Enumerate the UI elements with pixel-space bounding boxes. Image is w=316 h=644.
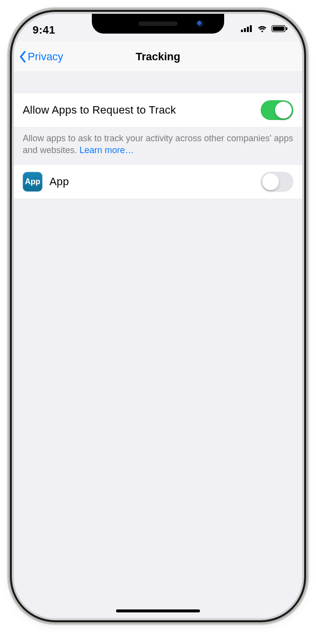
app-icon-label: App — [25, 177, 40, 186]
settings-content: Allow Apps to Request to Track Allow app… — [14, 72, 302, 618]
app-icon: App — [23, 172, 42, 192]
svg-rect-1 — [244, 28, 246, 32]
back-label: Privacy — [28, 50, 63, 63]
svg-rect-0 — [241, 30, 243, 32]
wifi-icon — [257, 25, 268, 33]
status-time: 9:41 — [33, 24, 55, 37]
page-title: Tracking — [136, 50, 180, 63]
navigation-bar: Privacy Tracking — [14, 41, 302, 72]
app-tracking-toggle[interactable] — [261, 172, 293, 192]
allow-apps-footer: Allow apps to ask to track your activity… — [14, 127, 302, 164]
side-button — [305, 139, 309, 197]
app-name: App — [49, 175, 69, 188]
svg-rect-3 — [250, 25, 252, 32]
front-camera — [197, 20, 203, 27]
battery-icon — [272, 25, 287, 32]
iphone-frame: 9:41 — [14, 14, 302, 618]
svg-rect-2 — [247, 27, 249, 32]
cellular-icon — [241, 25, 253, 32]
back-button[interactable]: Privacy — [19, 50, 63, 63]
home-indicator[interactable] — [116, 609, 200, 612]
allow-apps-track-row: Allow Apps to Request to Track — [14, 93, 302, 127]
earpiece — [139, 22, 177, 26]
mute-switch — [8, 95, 11, 113]
svg-rect-6 — [286, 27, 287, 30]
chevron-left-icon — [19, 51, 27, 63]
app-row: App App — [14, 164, 302, 199]
learn-more-link[interactable]: Learn more… — [79, 145, 134, 155]
allow-apps-track-label: Allow Apps to Request to Track — [23, 104, 176, 117]
footer-text: Allow apps to ask to track your activity… — [23, 133, 293, 155]
volume-down-button — [7, 169, 11, 204]
volume-up-button — [7, 125, 11, 161]
notch — [92, 14, 224, 34]
svg-rect-5 — [273, 27, 284, 31]
allow-apps-track-toggle[interactable] — [261, 100, 293, 120]
